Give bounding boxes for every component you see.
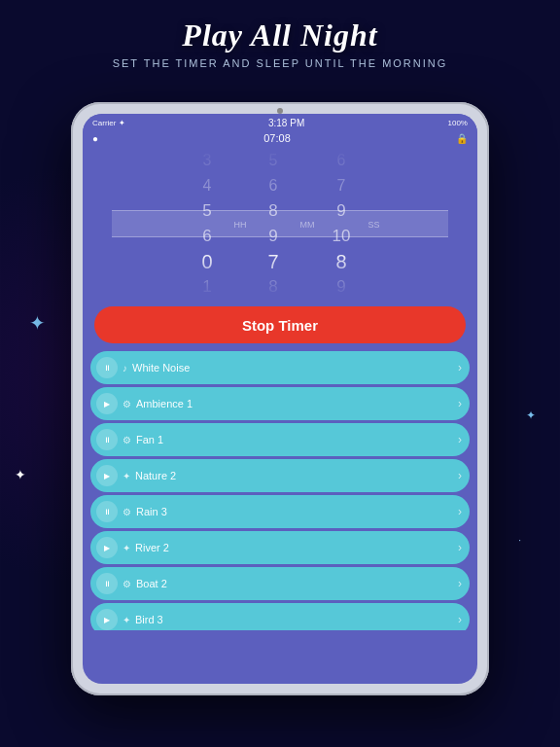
- star-decoration-3: ✦: [526, 409, 536, 422]
- star-decoration-4: ·: [518, 535, 521, 546]
- play-pause-button[interactable]: ▶: [96, 609, 118, 630]
- hour-item: 4: [180, 173, 233, 198]
- hour-item: 1: [180, 274, 233, 299]
- tablet-screen: Carrier ✦ 3:18 PM 100% ● 07:08 🔒 3 4 5 6: [83, 114, 477, 684]
- stop-timer-label: Stop Timer: [242, 317, 318, 334]
- second-item: 9: [314, 274, 368, 299]
- sound-type-icon: ⚙: [122, 507, 131, 517]
- play-pause-button[interactable]: ⏸: [96, 429, 118, 450]
- sound-name-label: Fan 1: [136, 434, 458, 445]
- top-left-icon[interactable]: ●: [92, 133, 98, 144]
- sound-type-icon: ✦: [122, 615, 130, 625]
- play-icon: ▶: [104, 472, 110, 480]
- chevron-right-icon: ›: [458, 505, 462, 518]
- play-pause-button[interactable]: ▶: [96, 465, 118, 486]
- minute-item: 5: [246, 148, 299, 173]
- sound-type-icon: ⚙: [122, 399, 131, 409]
- minute-item: 6: [246, 173, 299, 198]
- sound-row[interactable]: ▶ ⚙ Ambience 1 ›: [90, 387, 470, 420]
- chevron-right-icon: ›: [458, 541, 462, 554]
- sound-name-label: River 2: [135, 542, 458, 553]
- status-time: 3:18 PM: [268, 118, 304, 128]
- sound-name-label: Bird 3: [135, 614, 458, 625]
- pause-icon: ⏸: [103, 580, 111, 588]
- second-selected: 8: [314, 249, 368, 274]
- minute-item: 8: [246, 274, 299, 299]
- minute-selected: 7: [246, 249, 299, 274]
- chevron-right-icon: ›: [458, 397, 462, 410]
- lock-icon[interactable]: 🔒: [456, 133, 468, 144]
- sound-type-icon: ✦: [122, 471, 130, 481]
- page-subtitle: SET THE TIMER AND SLEEP UNTIL THE MORNIN…: [0, 57, 560, 69]
- sound-row[interactable]: ⏸ ⚙ Fan 1 ›: [90, 423, 470, 456]
- current-time-display: 07:08: [263, 132, 291, 144]
- play-pause-button[interactable]: ⏸: [96, 357, 118, 378]
- play-icon: ▶: [104, 616, 110, 624]
- title-area: Play All Night SET THE TIMER AND SLEEP U…: [0, 18, 560, 69]
- star-decoration-2: ✦: [15, 467, 26, 482]
- hour-item: 3: [180, 148, 233, 173]
- battery-label: 100%: [448, 119, 468, 127]
- play-pause-button[interactable]: ▶: [96, 393, 118, 414]
- pause-icon: ⏸: [103, 508, 111, 516]
- chevron-right-icon: ›: [458, 361, 462, 374]
- play-pause-button[interactable]: ⏸: [96, 501, 118, 522]
- sound-row[interactable]: ▶ ✦ Bird 3 ›: [90, 603, 470, 630]
- status-bar: Carrier ✦ 3:18 PM 100%: [83, 114, 477, 130]
- play-pause-button[interactable]: ▶: [96, 537, 118, 558]
- sound-row[interactable]: ⏸ ⚙ Boat 2 ›: [90, 567, 470, 600]
- sound-type-icon: ✦: [122, 543, 130, 553]
- sound-type-icon: ⚙: [122, 579, 131, 589]
- sound-row[interactable]: ⏸ ♪ White Noise ›: [90, 351, 470, 384]
- timer-picker[interactable]: 3 4 5 6 0 1 2 HH 5 6 8 9 7 8 9: [83, 148, 477, 299]
- sound-name-label: Boat 2: [136, 578, 458, 589]
- sound-row[interactable]: ⏸ ⚙ Rain 3 ›: [90, 495, 470, 528]
- sound-row[interactable]: ▶ ✦ River 2 ›: [90, 531, 470, 564]
- star-decoration: ✦: [29, 311, 46, 335]
- top-bar: ● 07:08 🔒: [83, 130, 477, 148]
- sound-name-label: White Noise: [132, 362, 458, 374]
- sound-name-label: Ambience 1: [136, 398, 458, 409]
- picker-selection-highlight: [112, 210, 448, 237]
- play-icon: ▶: [104, 400, 110, 409]
- play-pause-button[interactable]: ⏸: [96, 573, 118, 594]
- chevron-right-icon: ›: [458, 433, 462, 446]
- sounds-scroll-area[interactable]: Stop Timer ⏸ ♪ White Noise › ▶ ⚙ Ambienc…: [83, 299, 477, 630]
- second-item: 6: [314, 148, 368, 173]
- sound-type-icon: ♪: [122, 363, 127, 374]
- carrier-label: Carrier ✦: [92, 119, 125, 127]
- chevron-right-icon: ›: [458, 577, 462, 590]
- tablet-camera: [277, 108, 283, 114]
- pause-icon: ⏸: [103, 436, 111, 445]
- sound-name-label: Nature 2: [135, 470, 458, 481]
- chevron-right-icon: ›: [458, 469, 462, 482]
- sound-row[interactable]: ▶ ✦ Nature 2 ›: [90, 459, 470, 492]
- page-title: Play All Night: [0, 18, 560, 53]
- chevron-right-icon: ›: [458, 613, 462, 626]
- tablet-frame: Carrier ✦ 3:18 PM 100% ● 07:08 🔒 3 4 5 6: [71, 102, 489, 695]
- hour-selected: 0: [180, 249, 233, 274]
- second-item: 7: [314, 173, 368, 198]
- stop-timer-button[interactable]: Stop Timer: [94, 306, 466, 343]
- play-icon: ▶: [104, 544, 110, 552]
- sound-name-label: Rain 3: [136, 506, 458, 517]
- sound-type-icon: ⚙: [122, 435, 131, 445]
- sounds-list: ⏸ ♪ White Noise › ▶ ⚙ Ambience 1 › ⏸ ⚙ F…: [83, 351, 477, 630]
- pause-icon: ⏸: [103, 364, 111, 373]
